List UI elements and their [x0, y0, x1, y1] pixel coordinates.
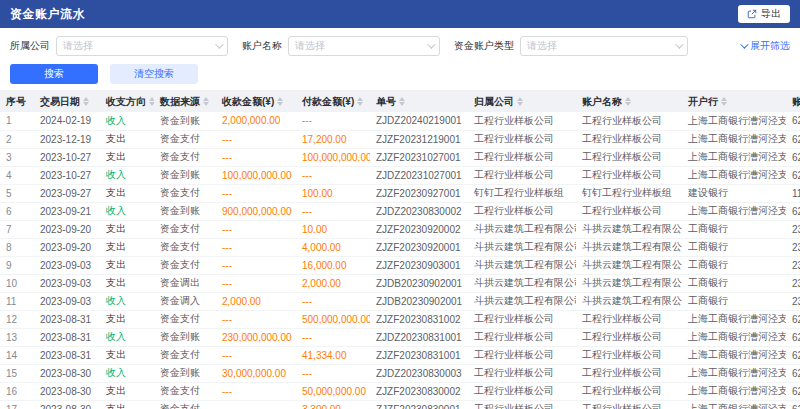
column-label: 账户名称: [582, 95, 622, 109]
cell-date: 2023-09-27: [34, 184, 100, 202]
cell-bank: 工商银行: [682, 238, 786, 256]
cell-account: 工程行业样板公司: [576, 310, 682, 328]
cell-account: 工程行业样板公司: [576, 166, 682, 184]
cell-number: 622230111: [786, 364, 800, 382]
account-type-select[interactable]: 请选择: [520, 36, 688, 56]
sort-icon[interactable]: [277, 97, 283, 106]
cell-source: 资金支付: [154, 238, 216, 256]
cell-order: ZJDZ20230830003: [370, 364, 468, 382]
column-header-order[interactable]: 单号: [370, 91, 468, 112]
cell-receive: 100,000,000.00: [216, 166, 296, 184]
company-select[interactable]: 请选择: [56, 36, 228, 56]
table-head: 序号交易日期收支方向数据来源收款金额(¥)付款金额(¥)单号归属公司账户名称开户…: [0, 91, 800, 112]
cell-company: 斗拱云建筑工程有限公司: [468, 220, 576, 238]
cell-source: 资金调出: [154, 274, 216, 292]
cell-bank: 上海工商银行漕河泾支行: [682, 148, 786, 166]
export-button[interactable]: 导出: [738, 5, 790, 23]
flow-table-container: 序号交易日期收支方向数据来源收款金额(¥)付款金额(¥)单号归属公司账户名称开户…: [0, 91, 800, 409]
table-row: 152023-08-30收入资金到账30,000,000.00---ZJDZ20…: [0, 364, 800, 382]
cell-company: 工程行业样板公司: [468, 202, 576, 220]
cell-date: 2023-08-31: [34, 346, 100, 364]
column-header-bank[interactable]: 开户行: [682, 91, 786, 112]
cell-company: 斗拱云建筑工程有限公司: [468, 238, 576, 256]
column-header-no: 序号: [0, 91, 34, 112]
table-row: 72023-09-20支出资金支付---10.00ZJZF20230920002…: [0, 220, 800, 238]
column-label: 单号: [376, 95, 396, 109]
clear-search-button[interactable]: 清空搜索: [110, 64, 198, 84]
cell-receive: ---: [216, 238, 296, 256]
chevron-down-icon: [675, 40, 683, 48]
cell-order: ZJZF20230831002: [370, 310, 468, 328]
cell-source: 资金支付: [154, 310, 216, 328]
cell-no: 5: [0, 184, 34, 202]
account-type-filter-label: 资金账户类型: [454, 39, 514, 53]
cell-no: 16: [0, 382, 34, 400]
table-row: 32023-10-27支出资金支付---100,000,000.00ZJZF20…: [0, 148, 800, 166]
cell-company: 斗拱云建筑工程有限公司: [468, 274, 576, 292]
cell-direction: 收入: [100, 328, 154, 346]
cell-direction: 支出: [100, 238, 154, 256]
column-header-source[interactable]: 数据来源: [154, 91, 216, 112]
cell-company: 工程行业样板公司: [468, 112, 576, 130]
sort-icon[interactable]: [149, 97, 154, 106]
column-header-company[interactable]: 归属公司: [468, 91, 576, 112]
cell-order: ZJZF20230831001: [370, 346, 468, 364]
cell-company: 工程行业样板公司: [468, 130, 576, 148]
expand-filters-link[interactable]: 展开筛选: [740, 39, 790, 53]
cell-direction: 支出: [100, 382, 154, 400]
cell-number: 622230111: [786, 166, 800, 184]
sort-icon[interactable]: [203, 97, 209, 106]
sort-icon[interactable]: [83, 97, 89, 106]
column-header-direction[interactable]: 收支方向: [100, 91, 154, 112]
column-label: 付款金额(¥): [302, 95, 354, 109]
sort-icon[interactable]: [721, 97, 727, 106]
account-type-select-placeholder: 请选择: [527, 39, 557, 53]
cell-no: 3: [0, 148, 34, 166]
cell-receive: ---: [216, 256, 296, 274]
table-row: 82023-09-20支出资金支付---4,000.00ZJZF20230920…: [0, 238, 800, 256]
column-label: 收款金额(¥): [222, 95, 274, 109]
cell-number: 233294891: [786, 274, 800, 292]
cell-company: 钉钉工程行业样板组: [468, 184, 576, 202]
cell-no: 10: [0, 274, 34, 292]
cell-bank: 上海工商银行漕河泾支行: [682, 382, 786, 400]
cell-direction: 收入: [100, 202, 154, 220]
cell-order: ZJZF20230920001: [370, 238, 468, 256]
cell-direction: 支出: [100, 400, 154, 409]
column-header-account[interactable]: 账户名称: [576, 91, 682, 112]
cell-order: ZJDZ20230830002: [370, 202, 468, 220]
sort-icon[interactable]: [399, 97, 405, 106]
column-header-receive[interactable]: 收款金额(¥): [216, 91, 296, 112]
cell-account: 工程行业样板公司: [576, 130, 682, 148]
search-button[interactable]: 搜索: [10, 64, 98, 84]
column-header-date[interactable]: 交易日期: [34, 91, 100, 112]
cell-date: 2023-12-19: [34, 130, 100, 148]
column-header-pay[interactable]: 付款金额(¥): [296, 91, 370, 112]
cell-source: 资金支付: [154, 184, 216, 202]
cell-bank: 工商银行: [682, 292, 786, 310]
cell-source: 资金支付: [154, 382, 216, 400]
cell-company: 工程行业样板公司: [468, 400, 576, 409]
chevron-down-icon: [427, 40, 435, 48]
column-header-number[interactable]: 账号: [786, 91, 800, 112]
cell-source: 资金调入: [154, 292, 216, 310]
chevron-down-icon: [740, 40, 748, 48]
cell-no: 13: [0, 328, 34, 346]
sort-icon[interactable]: [357, 97, 363, 106]
cell-company: 斗拱云建筑工程有限公司: [468, 256, 576, 274]
cell-account: 工程行业样板公司: [576, 328, 682, 346]
cell-pay: 41,334.00: [296, 346, 370, 364]
column-label: 账号: [792, 95, 800, 109]
sort-icon[interactable]: [517, 97, 523, 106]
cell-receive: ---: [216, 220, 296, 238]
cell-order: ZJDB20230902001: [370, 274, 468, 292]
cell-bank: 上海工商银行漕河泾支行: [682, 202, 786, 220]
cell-no: 8: [0, 238, 34, 256]
account-name-select[interactable]: 请选择: [288, 36, 440, 56]
cell-direction: 支出: [100, 256, 154, 274]
sort-icon[interactable]: [625, 97, 631, 106]
cell-receive: 230,000,000.00: [216, 328, 296, 346]
column-label: 收支方向: [106, 95, 146, 109]
cell-order: ZJZF20231027001: [370, 148, 468, 166]
cell-account: 工程行业样板公司: [576, 148, 682, 166]
